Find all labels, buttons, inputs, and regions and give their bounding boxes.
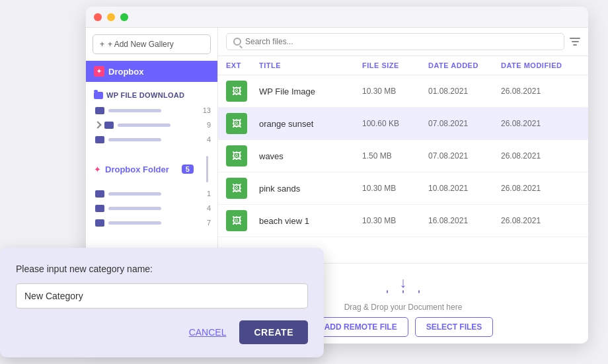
divider xyxy=(206,156,208,182)
wp-file-header: WP FILE DOWNLOAD xyxy=(86,87,217,103)
dropbox-folder-header[interactable]: ✦ Dropbox Folder 5 xyxy=(86,152,217,186)
col-header-date-added: DATE ADDED xyxy=(428,61,501,69)
table-header: EXT TITLE FILE SIZE DATE ADDED DATE MODI… xyxy=(218,56,588,75)
search-icon xyxy=(233,38,241,46)
filter-button[interactable] xyxy=(570,36,580,47)
dropbox-badge: 5 xyxy=(182,164,194,174)
content-toolbar xyxy=(218,28,588,56)
file-thumbnail: 🖼 xyxy=(226,178,247,199)
add-gallery-button[interactable]: + + Add New Gallery xyxy=(93,34,211,54)
cancel-button[interactable]: CANCEL xyxy=(189,327,227,338)
sidebar-item[interactable]: 13 xyxy=(86,103,217,118)
file-icon: 🖼 xyxy=(232,118,241,129)
search-input[interactable] xyxy=(245,37,557,46)
sidebar-bar xyxy=(108,138,161,141)
table-row[interactable]: 🖼 pink sands 10.30 MB 10.08.2021 26.08.2… xyxy=(218,172,588,205)
sidebar-item-count: 13 xyxy=(203,106,211,114)
minimize-button[interactable] xyxy=(107,13,115,21)
file-size: 100.60 KB xyxy=(362,119,428,128)
add-gallery-label: + Add New Gallery xyxy=(108,40,174,49)
sidebar-bar xyxy=(108,221,161,225)
folder-icon xyxy=(95,205,104,212)
file-date-modified: 26.08.2021 xyxy=(501,151,580,161)
sidebar-bar xyxy=(118,124,171,127)
file-icon: 🖼 xyxy=(232,215,241,226)
file-date-added: 16.08.2021 xyxy=(428,216,501,225)
file-name: beach view 1 xyxy=(259,216,362,226)
sidebar-sub-item[interactable]: 7 xyxy=(86,215,217,230)
select-files-button[interactable]: SELECT FILES xyxy=(415,317,494,337)
dropbox-label: Dropbox xyxy=(108,67,143,77)
folder-icon xyxy=(95,219,104,227)
dialog-box: Please input new category name: CANCEL C… xyxy=(0,248,324,357)
file-date-added: 10.08.2021 xyxy=(428,184,501,193)
sidebar-item[interactable]: 4 xyxy=(86,132,217,147)
dropbox-logo-icon: ✦ xyxy=(94,66,104,77)
table-row[interactable]: 🖼 waves 1.50 MB 07.08.2021 26.08.2021 xyxy=(218,140,588,172)
sidebar-item[interactable]: 9 xyxy=(86,118,217,132)
drop-dot xyxy=(387,290,388,293)
file-name: waves xyxy=(259,151,362,161)
folder-icon xyxy=(95,190,104,198)
sidebar-item-count: 9 xyxy=(207,121,211,129)
wp-file-section: WP FILE DOWNLOAD 13 9 4 xyxy=(86,82,217,152)
file-date-added: 07.08.2021 xyxy=(428,119,501,128)
drop-zone-text: Drag & Drop your Document here xyxy=(344,303,463,312)
file-date-added: 07.08.2021 xyxy=(428,151,501,161)
file-size: 10.30 MB xyxy=(362,87,428,96)
file-name: orange sunset xyxy=(259,119,362,129)
folder-icon xyxy=(104,122,114,129)
file-date-added: 01.08.2021 xyxy=(428,87,501,96)
folder-icon xyxy=(94,92,103,99)
dropbox-folder-label: Dropbox Folder xyxy=(105,164,169,174)
file-name: pink sands xyxy=(259,184,362,194)
plus-icon: + xyxy=(100,40,104,49)
table-row[interactable]: 🖼 orange sunset 100.60 KB 07.08.2021 26.… xyxy=(218,108,588,140)
file-date-modified: 26.08.2021 xyxy=(501,87,580,96)
col-header-date-modified: DATE MODIFIED xyxy=(501,61,580,69)
drop-dot xyxy=(418,290,420,293)
file-date-modified: 26.08.2021 xyxy=(501,119,580,128)
file-thumbnail: 🖼 xyxy=(226,210,247,231)
file-date-modified: 26.08.2021 xyxy=(501,216,580,225)
sidebar-sub-item[interactable]: 1 xyxy=(86,186,217,201)
file-size: 10.30 MB xyxy=(362,216,428,225)
drop-arrow-icon: ↓ xyxy=(400,274,407,291)
col-header-file-size: FILE SIZE xyxy=(362,61,428,69)
folder-icon xyxy=(95,107,104,114)
folder-icon xyxy=(95,136,104,143)
create-button[interactable]: CREATE xyxy=(239,320,308,344)
category-name-input[interactable] xyxy=(16,283,308,309)
dropbox-header[interactable]: ✦ Dropbox xyxy=(86,61,217,82)
col-header-ext: EXT xyxy=(226,61,259,69)
drop-icon: ↓ xyxy=(387,274,420,297)
file-icon: 🖼 xyxy=(232,183,241,194)
file-thumbnail: 🖼 xyxy=(226,145,247,166)
file-date-modified: 26.08.2021 xyxy=(501,184,580,193)
wp-file-section-label: WP FILE DOWNLOAD xyxy=(106,91,184,99)
file-name: WP File Image xyxy=(259,87,362,96)
dialog-label: Please input new category name: xyxy=(16,264,308,274)
file-size: 10.30 MB xyxy=(362,184,428,193)
drop-actions: ADD REMOTE FILE SELECT FILES xyxy=(313,317,494,337)
table-row[interactable]: 🖼 WP File Image 10.30 MB 01.08.2021 26.0… xyxy=(218,75,588,108)
sidebar-bar xyxy=(108,207,161,210)
dropbox-small-icon: ✦ xyxy=(94,164,101,174)
maximize-button[interactable] xyxy=(120,13,128,21)
sidebar-item-count: 4 xyxy=(207,135,211,143)
title-bar xyxy=(86,7,588,28)
sidebar-bar xyxy=(108,192,161,196)
file-thumbnail: 🖼 xyxy=(226,81,247,102)
table-row[interactable]: 🖼 beach view 1 10.30 MB 16.08.2021 26.08… xyxy=(218,205,588,237)
file-icon: 🖼 xyxy=(232,151,241,161)
file-size: 1.50 MB xyxy=(362,151,428,161)
close-button[interactable] xyxy=(94,13,102,21)
sidebar-item-count: 1 xyxy=(207,190,211,198)
file-thumbnail: 🖼 xyxy=(226,113,247,134)
file-icon: 🖼 xyxy=(232,86,241,96)
sidebar-sub-item[interactable]: 4 xyxy=(86,201,217,215)
add-remote-file-button[interactable]: ADD REMOTE FILE xyxy=(313,317,408,337)
search-box xyxy=(226,33,564,50)
chevron-right-icon xyxy=(94,121,101,128)
file-table: EXT TITLE FILE SIZE DATE ADDED DATE MODI… xyxy=(218,56,588,263)
